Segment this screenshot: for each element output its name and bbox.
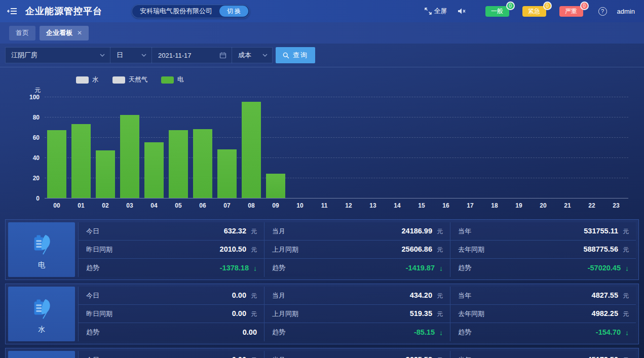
top-header: 企业能源管控平台 安科瑞电气股份有限公司 切换 全屏 一般 [0,0,644,22]
metric-label: 趋势 [458,328,471,337]
trend-down-arrow-icon: ↓ [253,264,257,272]
date-picker[interactable]: 2021-11-17 [152,47,232,63]
x-axis-tick-label: 23 [613,202,619,209]
metric-cell: 去年同期4982.25元 [450,305,636,323]
metric-value: 0.00 [232,355,246,358]
metric-select[interactable]: 成本 [232,47,273,63]
menu-fold-icon[interactable] [7,7,18,16]
bar-电-00 [47,130,66,198]
trend-down-arrow-icon: ↓ [625,264,629,272]
fullscreen-button[interactable]: 全屏 [425,7,447,16]
x-axis-tick-label: 06 [199,202,206,209]
x-axis-tick-label: 17 [467,202,473,209]
metric-cell: 趋势-1419.87↓ [264,259,450,277]
tab-close-icon[interactable]: ✕ [77,29,82,36]
bar-电-03 [120,115,139,198]
trend-down-arrow-icon: ↓ [439,264,443,272]
metric-label: 趋势 [272,328,285,337]
metric-value-group: 45173.59元 [588,355,629,358]
metric-cell: 昨日同期0.00元 [79,305,264,323]
site-select[interactable]: 江阴厂房 [5,47,110,63]
chevron-down-icon [141,54,146,57]
alarm-count-badge: 0 [506,2,515,10]
metric-label: 当年 [458,355,471,358]
table-row: 趋势-1378.18↓趋势-1419.87↓趋势-57020.45↓ [79,259,636,277]
metric-value-group: 4827.55元 [592,291,629,300]
alarm-label: 紧急 [528,7,540,16]
currency-unit: 元 [623,310,629,319]
bar-电-05 [169,130,188,198]
metric-value: 0.00 [243,328,257,336]
help-icon[interactable]: ? [598,7,607,16]
gridline [45,97,628,97]
metric-select-value: 成本 [238,51,251,60]
bar-电-08 [242,102,261,198]
alarm-label: 一般 [491,7,503,16]
energy-card-电: 电今日632.32元当月24186.99元当年531755.11元昨日同期201… [5,219,639,280]
metric-value: 632.32 [224,227,246,235]
metric-cell: 趋势-85.15↓ [264,323,450,341]
table-row: 今日632.32元当月24186.99元当年531755.11元 [79,222,636,241]
fullscreen-icon [425,8,432,15]
metric-value-group: 0.00元 [232,355,257,358]
app-title: 企业能源管控平台 [25,5,102,17]
x-axis-tick-label: 14 [394,202,400,209]
x-axis-tick-label: 04 [150,202,157,209]
switch-company-button[interactable]: 切换 [219,6,248,17]
company-selector: 安科瑞电气股份有限公司 切换 [132,5,250,18]
metric-value: 588775.56 [583,245,618,253]
currency-unit: 元 [251,227,257,236]
energy-card-水: 水今日0.00元当月434.20元当年4827.55元昨日同期0.00元上月同期… [5,284,639,344]
legend-item[interactable]: 天然气 [112,75,148,84]
legend-swatch [112,76,125,84]
metric-label: 当月 [272,355,285,358]
calendar-icon [219,52,226,59]
battery-leaf-icon [28,355,55,358]
chart-legend: 水天然气电 [76,75,644,84]
metric-label: 今日 [86,355,99,358]
search-icon [283,52,289,59]
username[interactable]: admin [617,8,635,15]
table-row: 今日0.00元当月3625.58元当年45173.59元 [79,351,636,358]
energy-type-tile [8,351,75,358]
alarm-badge-normal[interactable]: 一般 0 [485,6,509,17]
mute-icon[interactable] [458,8,466,15]
x-axis-tick-label: 12 [345,202,352,209]
x-axis-tick-label: 18 [491,202,498,209]
metric-value: 25606.86 [402,245,432,253]
fullscreen-label: 全屏 [434,7,447,16]
metric-value: 3625.58 [406,355,432,358]
metric-cell: 当年4827.55元 [450,287,636,304]
alarm-badge-urgent[interactable]: 紧急 0 [522,6,546,17]
table-row: 趋势0.00趋势-85.15↓趋势-154.70↓ [79,323,636,341]
metric-cell: 趋势-154.70↓ [450,323,636,341]
metric-value: 519.35 [410,309,432,317]
chart-plot-area: 元 020406080100 [45,97,628,198]
metric-value: -1378.18 [220,264,249,272]
metric-value-group: -1419.87↓ [406,264,443,272]
metric-value: 24186.99 [402,227,432,235]
metric-cell: 去年同期588775.56元 [450,241,636,258]
date-picker-value: 2021-11-17 [158,52,192,59]
metric-value: -1419.87 [406,264,435,272]
tab-home[interactable]: 首页 [9,26,35,41]
metric-cell: 当年531755.11元 [450,222,636,240]
metric-value-group: 0.00 [243,328,257,336]
alarm-badge-critical[interactable]: 严重 0 [559,6,583,17]
search-button[interactable]: 查询 [276,47,315,63]
metric-value-group: 25606.86元 [402,245,443,254]
metric-value: -154.70 [596,328,621,336]
currency-unit: 元 [623,356,629,358]
tab-enterprise-dashboard[interactable]: 企业看板 ✕ [40,26,89,41]
energy-type-tile: 电 [8,222,75,277]
x-axis-tick-label: 05 [175,202,181,209]
legend-item[interactable]: 电 [161,75,184,84]
bar-电-06 [193,129,212,198]
company-name: 安科瑞电气股份有限公司 [140,7,212,16]
metric-label: 趋势 [458,263,471,272]
x-axis-tick-label: 21 [564,202,571,209]
legend-item[interactable]: 水 [76,75,99,84]
period-select[interactable]: 日 [110,47,152,63]
x-axis-tick-label: 13 [369,202,376,209]
energy-card-other: 今日0.00元当月3625.58元当年45173.59元 [5,348,639,358]
